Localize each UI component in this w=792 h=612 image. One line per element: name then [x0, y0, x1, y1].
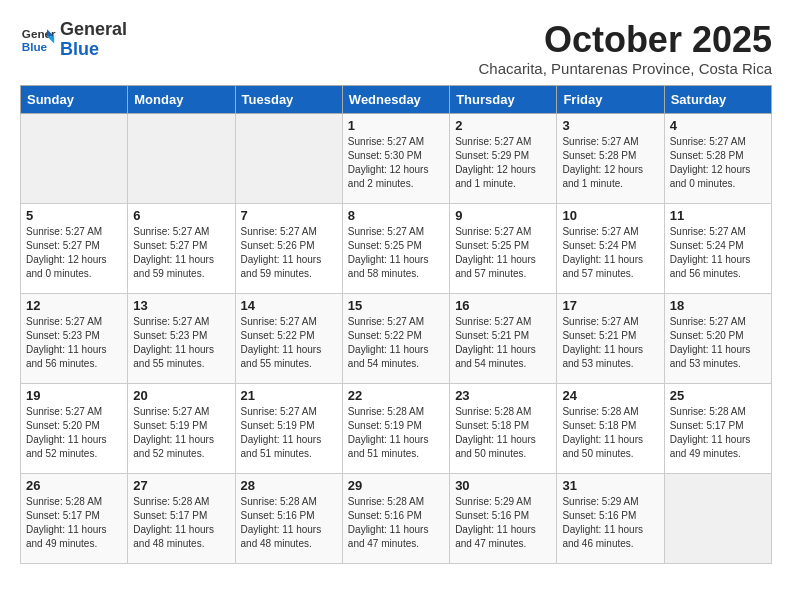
- week-row-2: 5Sunrise: 5:27 AM Sunset: 5:27 PM Daylig…: [21, 203, 772, 293]
- cell-w1-d5: 2Sunrise: 5:27 AM Sunset: 5:29 PM Daylig…: [450, 113, 557, 203]
- day-detail: Sunrise: 5:27 AM Sunset: 5:24 PM Dayligh…: [670, 225, 766, 281]
- cell-w5-d3: 28Sunrise: 5:28 AM Sunset: 5:16 PM Dayli…: [235, 473, 342, 563]
- header-thursday: Thursday: [450, 85, 557, 113]
- day-number: 15: [348, 298, 444, 313]
- day-number: 8: [348, 208, 444, 223]
- location-subtitle: Chacarita, Puntarenas Province, Costa Ri…: [479, 60, 772, 77]
- day-detail: Sunrise: 5:28 AM Sunset: 5:18 PM Dayligh…: [455, 405, 551, 461]
- cell-w1-d3: [235, 113, 342, 203]
- day-detail: Sunrise: 5:28 AM Sunset: 5:17 PM Dayligh…: [670, 405, 766, 461]
- day-number: 11: [670, 208, 766, 223]
- day-number: 12: [26, 298, 122, 313]
- cell-w3-d2: 13Sunrise: 5:27 AM Sunset: 5:23 PM Dayli…: [128, 293, 235, 383]
- day-number: 20: [133, 388, 229, 403]
- calendar-header: SundayMondayTuesdayWednesdayThursdayFrid…: [21, 85, 772, 113]
- day-number: 31: [562, 478, 658, 493]
- cell-w5-d2: 27Sunrise: 5:28 AM Sunset: 5:17 PM Dayli…: [128, 473, 235, 563]
- header-row: SundayMondayTuesdayWednesdayThursdayFrid…: [21, 85, 772, 113]
- day-detail: Sunrise: 5:27 AM Sunset: 5:19 PM Dayligh…: [241, 405, 337, 461]
- day-number: 30: [455, 478, 551, 493]
- month-title: October 2025: [479, 20, 772, 60]
- cell-w3-d1: 12Sunrise: 5:27 AM Sunset: 5:23 PM Dayli…: [21, 293, 128, 383]
- day-detail: Sunrise: 5:27 AM Sunset: 5:21 PM Dayligh…: [455, 315, 551, 371]
- day-number: 14: [241, 298, 337, 313]
- day-number: 17: [562, 298, 658, 313]
- cell-w1-d7: 4Sunrise: 5:27 AM Sunset: 5:28 PM Daylig…: [664, 113, 771, 203]
- day-detail: Sunrise: 5:27 AM Sunset: 5:26 PM Dayligh…: [241, 225, 337, 281]
- day-number: 6: [133, 208, 229, 223]
- cell-w4-d1: 19Sunrise: 5:27 AM Sunset: 5:20 PM Dayli…: [21, 383, 128, 473]
- title-block: October 2025 Chacarita, Puntarenas Provi…: [479, 20, 772, 77]
- day-detail: Sunrise: 5:29 AM Sunset: 5:16 PM Dayligh…: [562, 495, 658, 551]
- cell-w1-d1: [21, 113, 128, 203]
- cell-w5-d7: [664, 473, 771, 563]
- cell-w4-d7: 25Sunrise: 5:28 AM Sunset: 5:17 PM Dayli…: [664, 383, 771, 473]
- day-number: 29: [348, 478, 444, 493]
- day-number: 10: [562, 208, 658, 223]
- day-detail: Sunrise: 5:27 AM Sunset: 5:20 PM Dayligh…: [26, 405, 122, 461]
- day-detail: Sunrise: 5:28 AM Sunset: 5:17 PM Dayligh…: [26, 495, 122, 551]
- day-number: 25: [670, 388, 766, 403]
- cell-w4-d3: 21Sunrise: 5:27 AM Sunset: 5:19 PM Dayli…: [235, 383, 342, 473]
- cell-w3-d4: 15Sunrise: 5:27 AM Sunset: 5:22 PM Dayli…: [342, 293, 449, 383]
- day-number: 26: [26, 478, 122, 493]
- cell-w3-d3: 14Sunrise: 5:27 AM Sunset: 5:22 PM Dayli…: [235, 293, 342, 383]
- cell-w5-d1: 26Sunrise: 5:28 AM Sunset: 5:17 PM Dayli…: [21, 473, 128, 563]
- cell-w4-d4: 22Sunrise: 5:28 AM Sunset: 5:19 PM Dayli…: [342, 383, 449, 473]
- logo-text: General Blue: [60, 20, 127, 60]
- day-detail: Sunrise: 5:27 AM Sunset: 5:27 PM Dayligh…: [26, 225, 122, 281]
- day-detail: Sunrise: 5:27 AM Sunset: 5:22 PM Dayligh…: [241, 315, 337, 371]
- cell-w5-d6: 31Sunrise: 5:29 AM Sunset: 5:16 PM Dayli…: [557, 473, 664, 563]
- day-detail: Sunrise: 5:27 AM Sunset: 5:24 PM Dayligh…: [562, 225, 658, 281]
- header-tuesday: Tuesday: [235, 85, 342, 113]
- day-detail: Sunrise: 5:27 AM Sunset: 5:25 PM Dayligh…: [348, 225, 444, 281]
- day-detail: Sunrise: 5:27 AM Sunset: 5:28 PM Dayligh…: [670, 135, 766, 191]
- day-number: 23: [455, 388, 551, 403]
- week-row-3: 12Sunrise: 5:27 AM Sunset: 5:23 PM Dayli…: [21, 293, 772, 383]
- day-detail: Sunrise: 5:27 AM Sunset: 5:19 PM Dayligh…: [133, 405, 229, 461]
- logo-icon: General Blue: [20, 22, 56, 58]
- cell-w4-d2: 20Sunrise: 5:27 AM Sunset: 5:19 PM Dayli…: [128, 383, 235, 473]
- cell-w2-d5: 9Sunrise: 5:27 AM Sunset: 5:25 PM Daylig…: [450, 203, 557, 293]
- day-detail: Sunrise: 5:27 AM Sunset: 5:28 PM Dayligh…: [562, 135, 658, 191]
- cell-w1-d2: [128, 113, 235, 203]
- cell-w4-d5: 23Sunrise: 5:28 AM Sunset: 5:18 PM Dayli…: [450, 383, 557, 473]
- day-detail: Sunrise: 5:28 AM Sunset: 5:19 PM Dayligh…: [348, 405, 444, 461]
- day-detail: Sunrise: 5:27 AM Sunset: 5:27 PM Dayligh…: [133, 225, 229, 281]
- day-detail: Sunrise: 5:27 AM Sunset: 5:29 PM Dayligh…: [455, 135, 551, 191]
- header-saturday: Saturday: [664, 85, 771, 113]
- day-detail: Sunrise: 5:27 AM Sunset: 5:21 PM Dayligh…: [562, 315, 658, 371]
- day-number: 5: [26, 208, 122, 223]
- day-number: 4: [670, 118, 766, 133]
- cell-w5-d4: 29Sunrise: 5:28 AM Sunset: 5:16 PM Dayli…: [342, 473, 449, 563]
- day-number: 3: [562, 118, 658, 133]
- logo: General Blue General Blue: [20, 20, 127, 60]
- day-number: 2: [455, 118, 551, 133]
- calendar-table: SundayMondayTuesdayWednesdayThursdayFrid…: [20, 85, 772, 564]
- header-monday: Monday: [128, 85, 235, 113]
- day-detail: Sunrise: 5:27 AM Sunset: 5:23 PM Dayligh…: [26, 315, 122, 371]
- day-detail: Sunrise: 5:27 AM Sunset: 5:30 PM Dayligh…: [348, 135, 444, 191]
- day-detail: Sunrise: 5:29 AM Sunset: 5:16 PM Dayligh…: [455, 495, 551, 551]
- day-number: 16: [455, 298, 551, 313]
- day-number: 1: [348, 118, 444, 133]
- day-number: 22: [348, 388, 444, 403]
- cell-w2-d3: 7Sunrise: 5:27 AM Sunset: 5:26 PM Daylig…: [235, 203, 342, 293]
- svg-text:Blue: Blue: [22, 40, 48, 53]
- cell-w5-d5: 30Sunrise: 5:29 AM Sunset: 5:16 PM Dayli…: [450, 473, 557, 563]
- day-detail: Sunrise: 5:27 AM Sunset: 5:22 PM Dayligh…: [348, 315, 444, 371]
- cell-w3-d5: 16Sunrise: 5:27 AM Sunset: 5:21 PM Dayli…: [450, 293, 557, 383]
- header-friday: Friday: [557, 85, 664, 113]
- cell-w1-d6: 3Sunrise: 5:27 AM Sunset: 5:28 PM Daylig…: [557, 113, 664, 203]
- cell-w2-d1: 5Sunrise: 5:27 AM Sunset: 5:27 PM Daylig…: [21, 203, 128, 293]
- header-wednesday: Wednesday: [342, 85, 449, 113]
- header-sunday: Sunday: [21, 85, 128, 113]
- day-detail: Sunrise: 5:27 AM Sunset: 5:20 PM Dayligh…: [670, 315, 766, 371]
- day-number: 7: [241, 208, 337, 223]
- day-number: 9: [455, 208, 551, 223]
- logo-blue-text: Blue: [60, 39, 99, 59]
- day-detail: Sunrise: 5:27 AM Sunset: 5:25 PM Dayligh…: [455, 225, 551, 281]
- cell-w3-d6: 17Sunrise: 5:27 AM Sunset: 5:21 PM Dayli…: [557, 293, 664, 383]
- day-number: 19: [26, 388, 122, 403]
- cell-w2-d4: 8Sunrise: 5:27 AM Sunset: 5:25 PM Daylig…: [342, 203, 449, 293]
